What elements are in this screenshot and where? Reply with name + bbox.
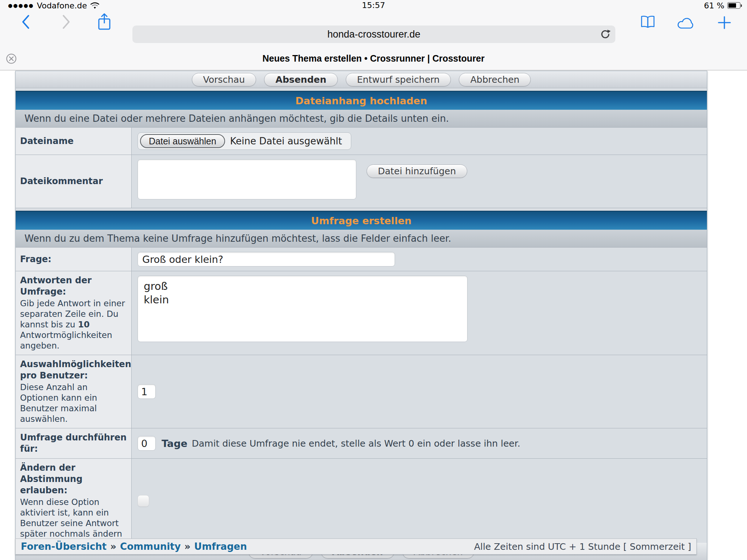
status-bar: ●●●●● Vodafone.de 15:57 61 % — [0, 0, 747, 11]
forward-button[interactable] — [62, 15, 71, 29]
duration-unit-label: Tage — [162, 438, 187, 449]
answers-hint: Gib jede Antwort in einer separaten Zeil… — [20, 298, 128, 351]
form-row-choices: Auswahlmöglichkeiten pro Benutzer: Diese… — [16, 355, 707, 428]
poll-note: Wenn du zu dem Thema keine Umfrage hinzu… — [16, 230, 707, 248]
vote-change-checkbox[interactable] — [138, 495, 149, 507]
share-button[interactable] — [98, 13, 111, 31]
page-title: Neues Thema erstellen • Crossrunner | Cr… — [263, 53, 485, 63]
question-label: Frage: — [20, 254, 128, 265]
battery-percentage: 61 % — [704, 1, 724, 10]
question-content-cell — [132, 248, 707, 271]
filename-content-cell: Datei auswählen Keine Datei ausgewählt — [132, 128, 707, 155]
form-row-question: Frage: — [16, 248, 707, 271]
cancel-button-top[interactable]: Abbrechen — [459, 73, 531, 86]
filecomment-label-cell: Dateikommentar — [16, 155, 132, 208]
choices-per-user-input[interactable] — [138, 384, 156, 399]
duration-label: Umfrage durchführen für: — [20, 432, 128, 455]
breadcrumb: Foren-Übersicht » Community » Umfragen — [21, 541, 247, 552]
filecomment-content-cell: Datei hinzufügen — [132, 155, 707, 208]
poll-note-text: Wenn du zu dem Thema keine Umfrage hinzu… — [24, 233, 451, 244]
status-right: 61 % — [704, 0, 740, 11]
attachment-note-text: Wenn du eine Datei oder mehrere Dateien … — [24, 113, 449, 124]
vote-change-label-cell: Ändern der Abstimmung erlauben: Wenn die… — [16, 459, 132, 543]
clock: 15:57 — [0, 0, 747, 11]
browser-toolbar: honda-crosstourer.de — [0, 11, 747, 40]
duration-label-cell: Umfrage durchführen für: — [16, 428, 132, 458]
add-file-button[interactable]: Datei hinzufügen — [367, 164, 467, 178]
back-button[interactable] — [21, 15, 30, 29]
save-draft-button[interactable]: Entwurf speichern — [346, 73, 451, 86]
breadcrumb-umfragen[interactable]: Umfragen — [194, 541, 247, 552]
safari-chrome: ●●●●● Vodafone.de 15:57 61 % — [0, 0, 747, 70]
url-text: honda-crosstourer.de — [327, 29, 420, 40]
form-row-vote-change: Ändern der Abstimmung erlauben: Wenn die… — [16, 459, 707, 543]
battery-icon — [727, 2, 740, 9]
question-label-cell: Frage: — [16, 248, 132, 271]
timezone-note: Alle Zeiten sind UTC + 1 Stunde [ Sommer… — [474, 541, 691, 552]
choices-content-cell — [132, 355, 707, 428]
bookmarks-button[interactable] — [640, 15, 655, 29]
form-row-duration: Umfrage durchführen für: Tage Damit dies… — [16, 428, 707, 459]
poll-duration-input[interactable] — [138, 436, 156, 451]
filecomment-label: Dateikommentar — [20, 176, 128, 187]
poll-question-input[interactable] — [138, 252, 395, 267]
poll-header-text: Umfrage erstellen — [311, 215, 411, 226]
attachment-section-header: Dateianhang hochladen — [16, 91, 707, 110]
top-button-row: Vorschau Absenden Entwurf speichern Abbr… — [16, 71, 707, 88]
address-bar[interactable]: honda-crosstourer.de — [132, 26, 615, 43]
reload-button[interactable] — [600, 29, 611, 40]
file-comment-textarea[interactable] — [138, 159, 356, 199]
battery-fill — [728, 3, 736, 8]
vote-change-hint: Wenn diese Option aktiviert ist, kann ei… — [20, 497, 128, 539]
attachment-header-text: Dateianhang hochladen — [295, 95, 427, 106]
answers-label: Antworten der Umfrage: — [20, 275, 128, 298]
answers-label-cell: Antworten der Umfrage: Gib jede Antwort … — [16, 271, 132, 355]
file-status-text: Keine Datei ausgewählt — [230, 136, 342, 147]
icloud-tabs-button[interactable] — [677, 18, 695, 29]
breadcrumb-forum-overview[interactable]: Foren-Übersicht — [21, 541, 107, 552]
answers-hint-max: 10 — [78, 320, 90, 329]
form-row-answers: Antworten der Umfrage: Gib jede Antwort … — [16, 271, 707, 355]
filename-label-cell: Dateiname — [16, 128, 132, 155]
breadcrumb-separator: » — [184, 541, 190, 552]
submit-button-top[interactable]: Absenden — [264, 73, 338, 86]
choices-label-cell: Auswahlmöglichkeiten pro Benutzer: Diese… — [16, 355, 132, 428]
file-input[interactable]: Datei auswählen Keine Datei ausgewählt — [138, 132, 351, 150]
preview-button-top[interactable]: Vorschau — [192, 73, 256, 86]
vote-change-content-cell — [132, 459, 707, 543]
filename-label: Dateiname — [20, 136, 128, 147]
answers-hint-end: Antwortmöglichkeiten angeben. — [20, 330, 112, 350]
breadcrumb-separator: » — [110, 541, 116, 552]
poll-answers-textarea[interactable]: groß klein — [138, 276, 468, 342]
form-row-filecomment: Dateikommentar Datei hinzufügen — [16, 155, 707, 208]
duration-hint: Damit diese Umfrage nie endet, stelle al… — [192, 438, 520, 449]
new-topic-form: Vorschau Absenden Entwurf speichern Abbr… — [15, 71, 707, 560]
choices-label: Auswahlmöglichkeiten pro Benutzer: — [20, 359, 128, 381]
attachment-note: Wenn du eine Datei oder mehrere Dateien … — [16, 110, 707, 128]
breadcrumb-community[interactable]: Community — [120, 541, 181, 552]
poll-section-header: Umfrage erstellen — [16, 211, 707, 230]
new-tab-button[interactable] — [718, 16, 731, 29]
choose-file-button[interactable]: Datei auswählen — [140, 134, 225, 148]
form-row-filename: Dateiname Datei auswählen Keine Datei au… — [16, 128, 707, 155]
page-titlebar: Neues Thema erstellen • Crossrunner | Cr… — [0, 53, 747, 64]
footer-bar: Foren-Übersicht » Community » Umfragen A… — [15, 538, 697, 555]
duration-content-cell: Tage Damit diese Umfrage nie endet, stel… — [132, 428, 707, 458]
answers-content-cell: groß klein — [132, 271, 707, 355]
answers-hint-start: Gib jede Antwort in einer separaten Zeil… — [20, 299, 125, 329]
choices-hint: Diese Anzahl an Optionen kann ein Benutz… — [20, 382, 128, 424]
battery-tip — [741, 4, 742, 7]
vote-change-label: Ändern der Abstimmung erlauben: — [20, 462, 128, 496]
